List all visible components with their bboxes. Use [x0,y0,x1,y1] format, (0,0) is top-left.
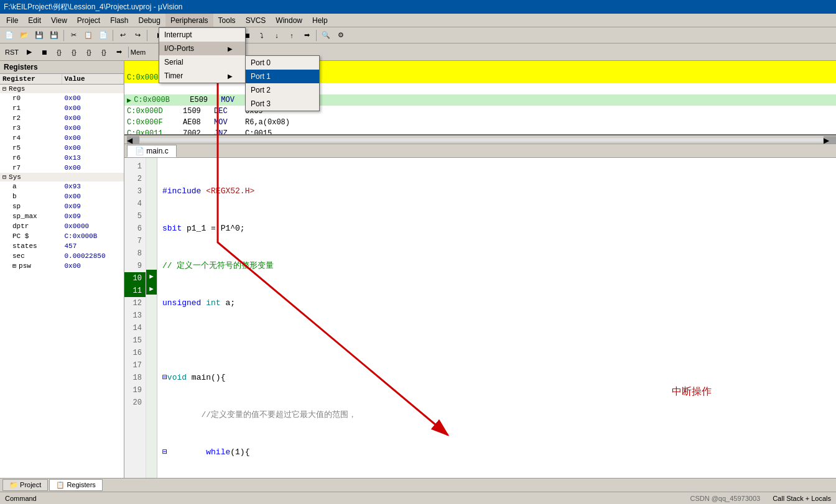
menu-timer[interactable]: Timer ▶ [159,69,245,83]
col-value: Value [62,74,124,84]
ln-20: 20 [124,396,146,409]
io-ports-label: I/O-Ports [164,44,194,53]
menu-port3[interactable]: Port 3 [246,97,319,111]
title-text: F:\kEILProject\例程\Lession_4\Project.uvpr… [4,2,182,12]
status-callstack: Call Stack + Locals [773,495,831,502]
io-ports-submenu: Port 0 Port 1 Port 2 Port 3 [245,55,320,111]
settings-btn[interactable]: ⚙ [334,29,348,42]
reg-r1: r10x00 [0,103,124,113]
menu-view[interactable]: View [46,14,72,27]
menu-edit[interactable]: Edit [23,14,46,27]
code-content[interactable]: #include <REGX52.H> sbit p1_1 = P1^0; //… [157,158,836,478]
menu-interrupt[interactable]: Interrupt [159,28,245,42]
copy-btn[interactable]: 📋 [81,29,95,42]
save-all-btn[interactable]: 💾 [47,29,61,42]
find-btn[interactable]: 🔍 [319,29,333,42]
menu-help[interactable]: Help [307,14,333,27]
ln-15: 15 [124,334,146,347]
step-over[interactable]: ⤵ [255,29,269,42]
menu-file[interactable]: File [1,14,23,27]
ln-17: 17 [124,359,146,372]
step-into[interactable]: ↓ [270,29,284,42]
code-editor[interactable]: 1 2 3 4 5 6 7 8 9 10 11 12 13 14 15 16 1… [124,158,836,478]
disasm-row-5: C:0x000F AE08 MOV R6,a(0x08) [124,117,836,128]
run-cursor[interactable]: ➡ [300,29,314,42]
code-line-8: ⊟ while(1){ [162,446,831,459]
ln-16: 16 [124,347,146,359]
expand-psw-icon: ⊞ [12,262,16,270]
exec-arrow-11: ▶ [146,282,157,295]
paste-btn[interactable]: 📄 [96,29,110,42]
ln-9: 9 [124,260,146,272]
title-bar: F:\kEILProject\例程\Lession_4\Project.uvpr… [0,0,836,14]
exec-arrow-10: ▶ [146,270,157,282]
tab-label: main.c [146,147,168,155]
menu-debug[interactable]: Debug [134,14,165,27]
reg-group-sys[interactable]: ⊟ Sys [0,173,124,181]
menu-io-ports[interactable]: I/O-Ports ▶ Port 0 Port 1 Port 2 Port 3 [159,42,245,55]
open-btn[interactable]: 📂 [17,29,31,42]
step-out[interactable]: ↑ [285,29,299,42]
cut-btn[interactable]: ✂ [67,29,80,42]
ln-1: 1 [124,160,146,173]
reg-r0: r00x00 [0,93,124,103]
reg-dptr: dptr0x0000 [0,221,124,231]
code-line-4: unsigned int a; [162,297,831,309]
sep5 [316,30,317,41]
menu-port1[interactable]: Port 1 [246,70,319,83]
menu-peripherals[interactable]: Peripherals [165,14,213,27]
tab-registers[interactable]: 📋 Registers [49,479,103,491]
menu-window[interactable]: Window [271,14,307,27]
scroll-track[interactable] [139,137,824,142]
reg-states: states457 [0,241,124,251]
menu-svcs[interactable]: SVCS [241,14,271,27]
forward-btn[interactable]: ➡ [112,45,126,59]
stop2-btn[interactable]: ⏹ [37,45,51,59]
reg-r6: r60x13 [0,153,124,163]
toolbar-1: 📄 📂 💾 💾 ✂ 📋 📄 ↩ ↪ ▶▶ 🔧 ⬇ 🐛 ▶ ⏹ ⤵ ↓ ↑ ➡ 🔍… [0,27,836,44]
menu-serial[interactable]: Serial [159,55,245,69]
menu-port0[interactable]: Port 0 [246,56,319,70]
menu-bar: File Edit View Project Flash Debug Perip… [0,14,836,27]
tab-registers-label: Registers [67,481,95,488]
disasm-row-2: while(a--); [124,83,836,94]
run2-btn[interactable]: ▶ [22,45,36,59]
save-btn[interactable]: 💾 [32,29,46,42]
disasm-scrollbar[interactable]: ◀ ▶ [124,135,836,144]
reg-r5: r50x00 [0,143,124,153]
tab-project[interactable]: 📁 Project [2,479,48,491]
braces1-btn[interactable]: {} [52,45,66,59]
braces3-btn[interactable]: {} [82,45,96,59]
ln-7: 7 [124,235,146,247]
timer-arrow: ▶ [228,73,233,80]
braces4-btn[interactable]: {} [97,45,111,59]
scroll-left[interactable]: ◀ [127,136,139,144]
menu-project[interactable]: Project [72,14,105,27]
code-line-6: ⊟void main(){ [162,372,831,384]
ln-18: 18 [124,372,146,384]
disasm-row-4: C:0x000D 1509 DEC 0x09 [124,106,836,117]
redo-btn[interactable]: ↪ [131,29,144,42]
tab-icon: 📄 [135,147,146,155]
tab-main-c[interactable]: 📄 main.c [127,145,177,157]
left-panel: Registers Register Value ⊟ Regs r00x00 r… [0,61,124,478]
registers-table: Register Value ⊟ Regs r00x00 r10x00 r20x… [0,74,124,478]
reg-r4: r40x00 [0,133,124,143]
reg-pc: PC $C:0x000B [0,231,124,241]
code-line-7: //定义变量的值不要超过它最大值的范围， [162,409,831,421]
new-btn[interactable]: 📄 [2,29,16,42]
menu-port2[interactable]: Port 2 [246,83,319,97]
disasm-arrow-3: ▶ [127,96,131,105]
reg-group-regs[interactable]: ⊟ Regs [0,85,124,93]
rst-btn[interactable]: RST [2,45,21,59]
braces2-btn[interactable]: {} [67,45,81,59]
status-command: Command [5,495,37,502]
ln-6: 6 [124,222,146,235]
scroll-right[interactable]: ▶ [824,136,836,144]
ln-8: 8 [124,247,146,260]
mem-btn[interactable]: Mem [131,45,145,59]
menu-flash[interactable]: Flash [105,14,133,27]
undo-btn[interactable]: ↩ [116,29,129,42]
code-line-1: #include <REGX52.H> [162,185,831,198]
menu-tools[interactable]: Tools [213,14,241,27]
